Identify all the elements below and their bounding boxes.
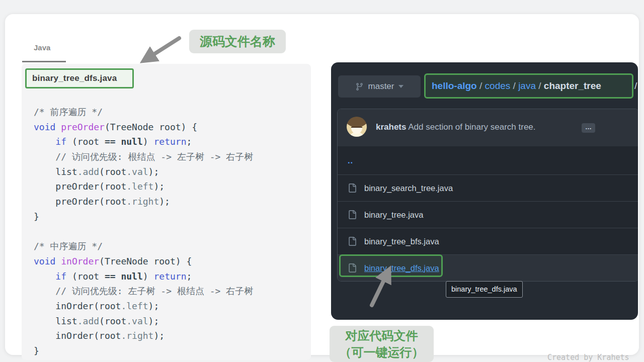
- branch-button[interactable]: master: [338, 75, 421, 98]
- file-name[interactable]: ..: [348, 156, 353, 165]
- code-line: void preOrder(TreeNode root) {: [34, 120, 253, 135]
- github-panel: master hello-algo / codes / java / chapt…: [331, 62, 638, 320]
- tooltip: binary_tree_dfs.java: [446, 281, 523, 298]
- file-name[interactable]: binary_tree_bfs.java: [364, 237, 439, 246]
- code-lines: /* 前序遍历 */void preOrder(TreeNode root) {…: [34, 105, 253, 358]
- tab-active-indicator: [22, 61, 66, 62]
- file-row-binary_tree.java[interactable]: binary_tree.java: [338, 201, 638, 228]
- file-icon: [348, 263, 357, 273]
- code-line: list.add(root.val);: [34, 164, 253, 179]
- code-line: if (root == null) return;: [34, 269, 253, 284]
- commit-message[interactable]: Add section of binary search tree.: [408, 122, 535, 132]
- code-filename: binary_tree_dfs.java: [32, 73, 117, 83]
- annotation-target-line2: （可一键运行）: [330, 344, 434, 360]
- code-line: inOrder(root.right);: [34, 328, 253, 343]
- git-branch-icon: [355, 82, 364, 91]
- breadcrumb: hello-algo / codes / java / chapter_tree: [432, 80, 601, 92]
- latest-commit-bar: krahets Add section of binary search tre…: [338, 109, 638, 146]
- code-line: /* 中序遍历 */: [34, 239, 253, 254]
- tab-java[interactable]: Java: [34, 43, 50, 52]
- code-line: }: [34, 209, 253, 224]
- breadcrumb-segment-hello-algo[interactable]: hello-algo: [432, 80, 477, 91]
- code-line: void inOrder(TreeNode root) {: [34, 254, 253, 269]
- breadcrumb-trailing-slash: /: [634, 80, 637, 92]
- file-browser: krahets Add section of binary search tre…: [337, 109, 638, 282]
- file-name[interactable]: binary_tree.java: [364, 210, 423, 220]
- breadcrumb-segment-codes[interactable]: codes: [485, 80, 511, 91]
- breadcrumb-separator: /: [536, 80, 544, 91]
- annotation-source-filename-label: 源码文件名称: [189, 30, 286, 53]
- annotation-target-file-label: 对应代码文件 （可一键运行）: [330, 326, 434, 362]
- code-line: inOrder(root.left);: [34, 299, 253, 314]
- annotation-target-line1: 对应代码文件: [330, 327, 434, 344]
- commit-text: krahets Add section of binary search tre…: [376, 122, 536, 132]
- breadcrumb-highlight-box: hello-algo / codes / java / chapter_tree: [424, 73, 633, 99]
- code-line: if (root == null) return;: [34, 134, 253, 149]
- created-by-credit: Created by Krahets: [547, 353, 629, 362]
- file-name[interactable]: binary_search_tree.java: [364, 184, 453, 193]
- commit-more-button[interactable]: …: [582, 123, 595, 133]
- file-row-binary_tree_dfs.java[interactable]: binary_tree_dfs.java: [338, 254, 638, 281]
- branch-name: master: [368, 81, 394, 92]
- avatar[interactable]: [347, 117, 367, 137]
- code-line: list.add(root.val);: [34, 314, 253, 329]
- chevron-down-icon: [398, 85, 404, 88]
- file-name[interactable]: binary_tree_dfs.java: [364, 263, 439, 273]
- file-icon: [348, 184, 357, 193]
- breadcrumb-segment-chapter_tree: chapter_tree: [544, 80, 601, 91]
- breadcrumb-segment-java[interactable]: java: [518, 80, 536, 91]
- code-line: /* 前序遍历 */: [34, 105, 253, 120]
- code-line: // 访问优先级: 根结点 -> 左子树 -> 右子树: [34, 149, 253, 164]
- file-icon: [348, 237, 357, 246]
- code-line: preOrder(root.left);: [34, 179, 253, 194]
- code-line: preOrder(root.right);: [34, 194, 253, 209]
- file-row-binary_tree_bfs.java[interactable]: binary_tree_bfs.java: [338, 228, 638, 254]
- commit-author[interactable]: krahets: [376, 122, 406, 132]
- file-row-parent[interactable]: ..: [338, 146, 638, 174]
- code-line: [34, 224, 253, 239]
- breadcrumb-separator: /: [510, 80, 518, 91]
- content-card: Java binary_tree_dfs.java /* 前序遍历 */void…: [5, 14, 639, 355]
- file-icon: [348, 210, 357, 219]
- file-list: ..binary_search_tree.javabinary_tree.jav…: [338, 146, 638, 281]
- code-line: }: [34, 343, 253, 358]
- code-line: // 访问优先级: 左子树 -> 根结点 -> 右子树: [34, 284, 253, 299]
- code-filename-highlight-box: binary_tree_dfs.java: [25, 68, 134, 88]
- breadcrumb-separator: /: [477, 80, 485, 91]
- file-row-binary_search_tree.java[interactable]: binary_search_tree.java: [338, 174, 638, 201]
- code-block: binary_tree_dfs.java /* 前序遍历 */void preO…: [22, 64, 311, 360]
